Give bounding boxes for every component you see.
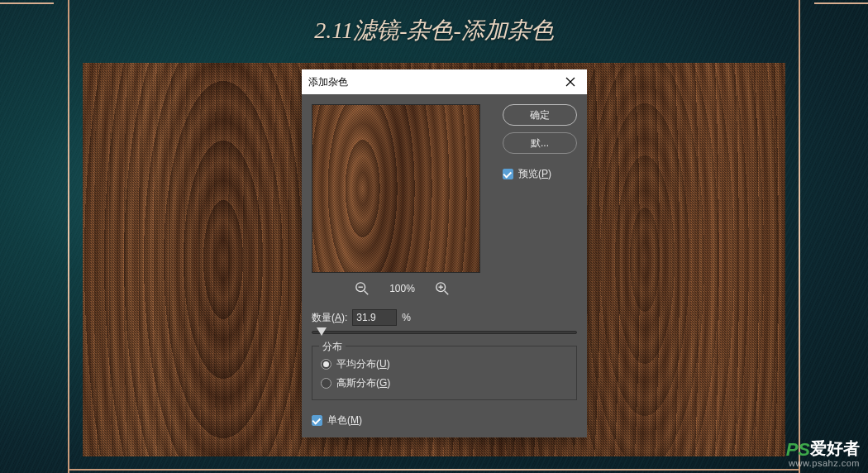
close-button[interactable] <box>560 72 580 92</box>
distribution-fieldset: 分布 平均分布(U) 高斯分布(G) <box>312 346 577 400</box>
gaussian-radio-row[interactable]: 高斯分布(G) <box>321 374 568 393</box>
svg-line-1 <box>365 291 369 295</box>
gaussian-radio[interactable] <box>321 378 331 389</box>
decor-border <box>68 469 800 471</box>
distribution-legend: 分布 <box>319 340 346 354</box>
slider-track <box>312 331 577 334</box>
add-noise-dialog: 添加杂色 100% 确定 默... 预览(P <box>302 69 587 437</box>
preview-checkbox-row: 预览(P) <box>503 167 577 181</box>
cancel-button[interactable]: 默... <box>503 132 577 154</box>
amount-unit: % <box>402 312 411 323</box>
watermark-brand-cn: 爱好者 <box>810 439 860 457</box>
preview-label: 预览(P) <box>518 167 551 181</box>
close-icon <box>565 77 575 87</box>
monochrome-checkbox[interactable] <box>312 415 322 426</box>
dialog-title: 添加杂色 <box>308 75 348 89</box>
zoom-level: 100% <box>389 283 415 294</box>
uniform-label: 平均分布(U) <box>336 357 390 371</box>
decor-border <box>0 2 54 4</box>
uniform-radio-row[interactable]: 平均分布(U) <box>321 355 568 374</box>
preview-checkbox[interactable] <box>503 169 513 179</box>
monochrome-row: 单色(M) <box>302 407 587 437</box>
decor-border <box>799 0 800 473</box>
zoom-in-icon[interactable] <box>435 281 450 296</box>
decor-border <box>68 0 69 473</box>
uniform-radio[interactable] <box>321 359 331 370</box>
zoom-controls: 100% <box>312 281 493 296</box>
amount-label: 数量(A): <box>312 311 347 325</box>
monochrome-label: 单色(M) <box>327 413 362 428</box>
cancel-label: 默... <box>531 136 549 150</box>
zoom-out-icon[interactable] <box>355 281 370 296</box>
dialog-titlebar[interactable]: 添加杂色 <box>302 69 587 94</box>
preview-texture <box>312 105 479 272</box>
ok-label: 确定 <box>530 108 550 122</box>
amount-row: 数量(A): % <box>302 306 587 331</box>
gaussian-label: 高斯分布(G) <box>336 376 390 390</box>
svg-line-4 <box>445 291 449 295</box>
watermark-url: www.psahz.com <box>786 459 860 468</box>
decor-border <box>814 2 868 4</box>
amount-input[interactable] <box>352 309 397 326</box>
preview-image[interactable] <box>312 104 480 273</box>
tutorial-title: 2.11滤镜-杂色-添加杂色 <box>314 15 554 46</box>
slider-thumb[interactable] <box>317 327 327 336</box>
watermark: PS爱好者 www.psahz.com <box>786 440 860 468</box>
watermark-brand-ps: PS <box>786 439 810 460</box>
ok-button[interactable]: 确定 <box>503 104 577 126</box>
